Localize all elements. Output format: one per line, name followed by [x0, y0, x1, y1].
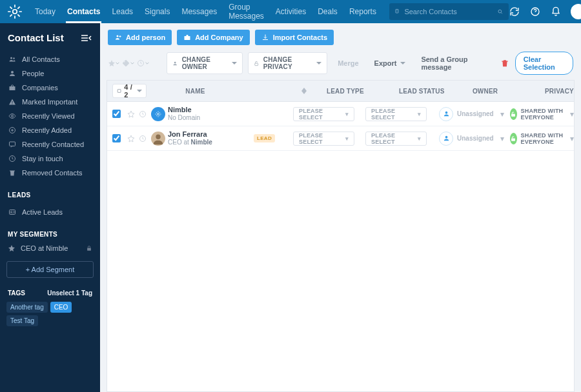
contact-name-cell[interactable]: NimbleNo Domain: [168, 106, 252, 122]
nav-group-messages[interactable]: Group Messages: [229, 0, 264, 23]
nav-today[interactable]: Today: [35, 0, 56, 23]
speech-icon: [8, 140, 17, 149]
sidebar-item-recently-added[interactable]: Recently Added: [0, 123, 100, 137]
user-avatar[interactable]: [571, 4, 581, 19]
clock-icon[interactable]: [137, 110, 148, 118]
tag-pill[interactable]: Another tag: [6, 302, 48, 313]
tag-list: Another tagCEOTest Tag: [0, 302, 100, 337]
add-person-button[interactable]: Add person: [108, 30, 172, 45]
nav-leads[interactable]: Leads: [112, 0, 133, 23]
tag-pill[interactable]: CEO: [50, 302, 72, 313]
primary-nav: TodayContactsLeadsSignalsMessagesGroup M…: [35, 0, 376, 23]
search-input[interactable]: [400, 8, 497, 15]
svg-point-26: [156, 134, 160, 139]
group-message-button[interactable]: Send a Group message: [416, 55, 490, 71]
table-body: NimbleNo DomainPLEASE SELECT▾PLEASE SELE…: [107, 102, 574, 151]
select-count-dropdown[interactable]: 4 / 2: [112, 84, 147, 98]
sidebar-item-stay-in-touch[interactable]: Stay in touch: [0, 152, 100, 166]
clock-icon[interactable]: [137, 135, 148, 142]
collapse-sidebar-icon[interactable]: [81, 34, 92, 42]
sidebar-item-companies[interactable]: Companies: [0, 81, 100, 95]
nav-deals[interactable]: Deals: [318, 0, 338, 23]
app-logo[interactable]: [6, 1, 23, 22]
header-name[interactable]: NAME: [185, 88, 205, 95]
export-button[interactable]: Export: [369, 59, 411, 67]
sidebar: Contact List All ContactsPeopleCompanies…: [0, 23, 100, 392]
person-icon: [439, 107, 453, 121]
lock-open-icon: [254, 60, 259, 67]
change-privacy-button[interactable]: CHANGE PRIVACY: [248, 52, 327, 74]
tag-filter-icon[interactable]: [122, 59, 134, 67]
clear-selection-button[interactable]: Clear Selection: [515, 52, 573, 75]
lead-badge: LEAD: [254, 134, 275, 142]
row-checkbox[interactable]: [107, 110, 125, 118]
star-icon[interactable]: [125, 110, 137, 118]
add-company-button[interactable]: Add Company: [177, 30, 250, 45]
global-search[interactable]: [389, 3, 509, 20]
lock-icon: [86, 245, 92, 251]
privacy-select[interactable]: SHARED WITH EVERYONE▾: [510, 108, 574, 121]
import-contacts-button[interactable]: Import Contacts: [255, 30, 334, 45]
sidebar-item-label: Recently Added: [22, 126, 72, 134]
users-icon: [8, 55, 17, 64]
sidebar-item-recently-viewed[interactable]: Recently Viewed: [0, 109, 100, 123]
star-icon[interactable]: [125, 135, 137, 142]
owner-select[interactable]: Unassigned▾: [439, 132, 510, 146]
svg-rect-28: [511, 138, 515, 141]
segment-item[interactable]: CEO at Nimble: [0, 242, 100, 255]
table-row: NimbleNo DomainPLEASE SELECT▾PLEASE SELE…: [107, 102, 574, 126]
sidebar-item-all-contacts[interactable]: All Contacts: [0, 52, 100, 66]
svg-rect-16: [185, 36, 190, 40]
nav-reports[interactable]: Reports: [349, 0, 376, 23]
sidebar-item-label: People: [22, 70, 44, 77]
sidebar-title: Contact List: [8, 32, 64, 43]
delete-icon[interactable]: [500, 59, 510, 68]
sidebar-item-active-leads[interactable]: Active Leads: [0, 205, 100, 219]
row-checkbox[interactable]: [107, 134, 125, 142]
person-icon: [172, 60, 178, 67]
lead-status-select[interactable]: PLEASE SELECT▾: [365, 132, 427, 146]
svg-rect-19: [255, 63, 258, 65]
change-owner-button[interactable]: CHANGE OWNER: [167, 52, 243, 74]
owner-select[interactable]: Unassigned▾: [439, 107, 510, 121]
lead-type-select[interactable]: PLEASE SELECT▾: [293, 107, 354, 121]
nav-signals[interactable]: Signals: [145, 0, 170, 23]
primary-actions: Add person Add Company Import Contacts: [100, 23, 581, 52]
clock-filter-icon[interactable]: [137, 59, 149, 67]
sidebar-item-recently-contacted[interactable]: Recently Contacted: [0, 137, 100, 152]
contact-name-cell[interactable]: Jon FerraraCEO at Nimble: [168, 130, 252, 146]
header-privacy[interactable]: PRIVACY: [545, 88, 574, 95]
sidebar-item-marked-important[interactable]: Marked Important: [0, 95, 100, 109]
sidebar-item-label: Companies: [22, 84, 58, 92]
sidebar-item-label: Stay in touch: [22, 155, 63, 162]
nav-messages[interactable]: Messages: [181, 0, 217, 23]
svg-rect-20: [117, 90, 121, 93]
svg-point-0: [13, 10, 17, 14]
lock-open-icon: [510, 108, 517, 120]
svg-rect-10: [10, 142, 15, 146]
doc-search-icon: [394, 7, 401, 16]
lead-status-select[interactable]: PLEASE SELECT▾: [365, 107, 427, 121]
bell-icon[interactable]: [550, 6, 562, 17]
sort-icon[interactable]: [301, 88, 307, 94]
star-filter-icon[interactable]: [108, 59, 119, 67]
nav-activities[interactable]: Activities: [276, 0, 306, 23]
sidebar-item-people[interactable]: People: [0, 66, 100, 81]
person-icon: [439, 132, 453, 146]
sync-icon[interactable]: [509, 6, 520, 17]
add-segment-button[interactable]: + Add Segment: [6, 261, 94, 278]
privacy-select[interactable]: SHARED WITH EVERYONE▾: [510, 132, 574, 145]
header-lead-type[interactable]: LEAD TYPE: [327, 88, 364, 95]
sidebar-item-label: Active Leads: [22, 208, 63, 216]
tag-pill[interactable]: Test Tag: [6, 315, 38, 326]
help-icon[interactable]: [529, 6, 541, 17]
contact-avatar[interactable]: [148, 132, 168, 146]
contact-avatar[interactable]: [148, 107, 168, 121]
header-lead-status[interactable]: LEAD STATUS: [399, 88, 445, 95]
header-owner[interactable]: OWNER: [473, 88, 498, 95]
search-icon: [497, 7, 504, 16]
unselect-tags-link[interactable]: Unselect 1 Tag: [47, 289, 92, 297]
nav-contacts[interactable]: Contacts: [67, 0, 100, 23]
sidebar-item-removed-contacts[interactable]: Removed Contacts: [0, 166, 100, 180]
lead-type-select[interactable]: PLEASE SELECT▾: [293, 132, 354, 146]
